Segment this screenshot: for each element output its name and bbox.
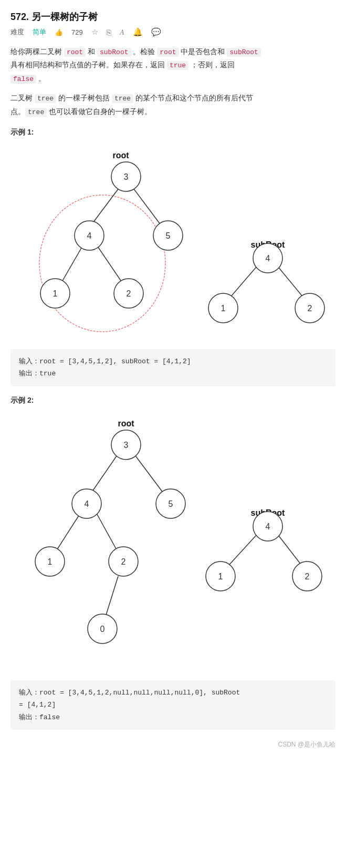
svg-text:3: 3: [124, 441, 129, 450]
svg-text:5: 5: [169, 499, 173, 508]
star-icon[interactable]: ☆: [91, 27, 98, 37]
code-tree-2: tree: [112, 94, 133, 103]
svg-text:1: 1: [221, 304, 226, 313]
footer-note: CSDN @是小鱼儿哈: [11, 740, 335, 749]
like-count: 729: [71, 28, 83, 36]
svg-line-5: [60, 243, 84, 284]
like-icon[interactable]: 👍: [55, 28, 63, 36]
diagram1: root subRoot 3 4 5 1: [11, 142, 335, 344]
example2-code: 输入：root = [3,4,5,1,2,null,null,null,null…: [11, 680, 335, 730]
code-root-1: root: [64, 48, 86, 57]
svg-text:4: 4: [87, 231, 92, 240]
code-subroot-1: subRoot: [97, 48, 131, 57]
example2-input-line1: 输入：root = [3,4,5,1,2,null,null,null,null…: [19, 687, 327, 699]
example2-input-line2: = [4,1,2]: [19, 699, 327, 711]
svg-text:root: root: [118, 419, 134, 428]
example2-title: 示例 2:: [11, 396, 335, 405]
code-subroot-2: subRoot: [227, 48, 261, 57]
svg-text:2: 2: [121, 557, 126, 566]
svg-line-4: [131, 186, 163, 228]
svg-line-45: [278, 535, 302, 566]
example1-input: 输入：root = [3,4,5,1,2], subRoot = [4,1,2]: [19, 355, 327, 367]
svg-text:1: 1: [48, 557, 53, 566]
page-container: 572. 另一棵树的子树 难度 简单 👍 729 ☆ ⎘ 𝐴 🔔 💬 给你两棵二…: [0, 0, 346, 765]
svg-text:5: 5: [166, 231, 171, 240]
svg-line-30: [96, 512, 118, 553]
code-true: true: [167, 61, 188, 70]
example1-output: 输出：true: [19, 367, 327, 380]
chat-icon[interactable]: 💬: [151, 27, 161, 37]
bell-icon[interactable]: 🔔: [133, 27, 143, 37]
svg-text:3: 3: [124, 172, 129, 181]
code-root-2: root: [157, 48, 179, 57]
svg-line-29: [55, 512, 81, 553]
svg-text:4: 4: [266, 522, 270, 531]
svg-text:root: root: [112, 151, 129, 160]
svg-text:4: 4: [266, 254, 270, 263]
problem-title: 572. 另一棵树的子树: [11, 11, 335, 23]
svg-line-17: [230, 267, 256, 298]
description-paragraph-2: 二叉树 tree 的一棵子树包括 tree 的某个节点和这个节点的所有后代节 点…: [11, 91, 335, 118]
svg-line-44: [228, 535, 256, 566]
svg-line-31: [105, 576, 118, 618]
diagram2-svg: root subRoot 3 4 5 1: [11, 411, 336, 673]
diagram2: root subRoot 3 4 5 1: [11, 411, 335, 675]
code-tree-1: tree: [35, 94, 56, 103]
svg-text:2: 2: [308, 304, 312, 313]
svg-text:1: 1: [53, 289, 58, 298]
example1-title: 示例 1:: [11, 128, 335, 137]
example1-code: 输入：root = [3,4,5,1,2], subRoot = [4,1,2]…: [11, 349, 335, 386]
translate-icon[interactable]: 𝐴: [120, 27, 124, 37]
svg-text:1: 1: [218, 572, 223, 581]
meta-row: 难度 简单 👍 729 ☆ ⎘ 𝐴 🔔 💬: [11, 27, 335, 37]
code-tree-3: tree: [25, 108, 47, 117]
difficulty-label: 难度: [11, 27, 24, 37]
svg-text:2: 2: [127, 289, 131, 298]
svg-text:4: 4: [85, 499, 89, 508]
share-icon[interactable]: ⎘: [107, 28, 111, 37]
difficulty-value: 简单: [33, 27, 46, 37]
svg-line-27: [89, 454, 118, 496]
svg-point-2: [39, 195, 165, 332]
code-false: false: [11, 75, 36, 84]
example2-output: 输出：false: [19, 711, 327, 723]
description-paragraph-1: 给你两棵二叉树 root 和 subRoot 。检验 root 中是否包含和 s…: [11, 45, 335, 85]
diagram1-svg: root subRoot 3 4 5 1: [11, 142, 336, 342]
svg-line-28: [134, 454, 165, 496]
svg-line-6: [96, 243, 123, 284]
svg-text:0: 0: [100, 625, 105, 634]
svg-line-18: [278, 267, 303, 298]
svg-text:2: 2: [305, 572, 310, 581]
